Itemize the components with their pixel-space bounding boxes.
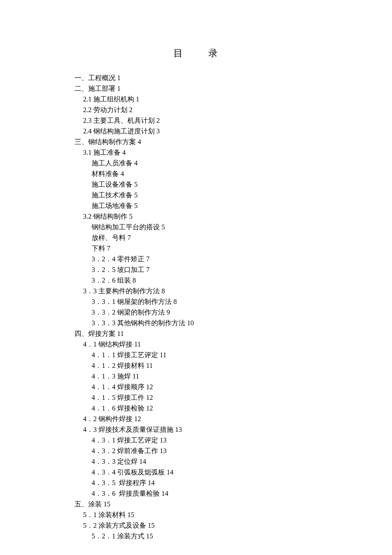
document-page: 目录 一、工程概况 1二、施工部署 12.1 施工组织机构 12.2 劳动力计划… [0,0,392,555]
toc-entry: 2.2 劳动力计划 2 [83,104,317,115]
toc-entry: 3．3 主要构件的制作方法 8 [83,286,317,296]
toc-entry: 4．3．1 焊接工艺评定 13 [92,435,317,445]
toc-entry: 钢结构加工平台的搭设 5 [92,222,317,232]
toc-entry: 4．1．3 施焊 11 [92,371,317,382]
toc-entry: 4．2 钢构件焊接 12 [83,413,317,424]
toc-entry: 5．1 涂装材料 15 [83,509,317,520]
toc-entry: 4．3．6 焊接质量检验 14 [92,488,317,499]
toc-entry: 3.2 钢结构制作 5 [83,211,317,222]
toc-entry: 3.1 施工准备 4 [83,147,317,158]
toc-entry: 四、焊接方案 11 [75,328,317,339]
toc-entry: 4．3．2 焊前准备工作 13 [92,445,317,456]
toc-entry: 4．1 钢结构焊接 11 [83,339,317,350]
toc-entry: 2.1 施工组织机构 1 [83,94,317,104]
toc-entry: 4．1．5 焊接工件 12 [92,392,317,403]
toc-entry: 4．1．4 焊接顺序 12 [92,382,317,392]
toc-entry: 4．1．1 焊接工艺评定 11 [92,350,317,360]
page-title: 目录 [75,47,317,60]
toc-entry: 下料 7 [92,243,317,254]
toc-entry: 5．2 涂装方式及设备 15 [83,520,317,531]
toc-entry: 施工人员准备 4 [92,158,317,168]
toc-entry: 施工技术准备 5 [92,190,317,200]
toc-entry: 4．3．4 引弧板及熄弧板 14 [92,467,317,477]
toc-entry: 2.3 主要工具、机具计划 2 [83,115,317,126]
toc-entry: 4．3．3 定位焊 14 [92,456,317,467]
toc-entry: 3．2．6 组装 8 [92,275,317,286]
toc-entry: 4．3 焊接技术及质量保证措施 13 [83,424,317,435]
toc-entry: 5．2．1 涂装方式 15 [92,531,317,541]
toc-entry: 3．2．5 坡口加工 7 [92,264,317,275]
toc-entry: 三、钢结构制作方案 4 [75,136,317,147]
toc-entry: 一、工程概况 1 [75,72,317,83]
toc-entry: 3．3．3 其他钢构件的制作方法 10 [92,318,317,328]
toc-entry: 二、施工部署 1 [75,83,317,94]
toc-entry: 3．3．1 钢屋架的制作方法 8 [92,296,317,307]
toc-entry: 放样、号料 7 [92,232,317,243]
toc-entry: 材料准备 4 [92,168,317,179]
toc-entry: 4．1．6 焊接检验 12 [92,403,317,413]
toc-entry: 4．1．2 焊接材料 11 [92,360,317,371]
toc-entry: 3．3．2 钢梁的制作方法 9 [92,307,317,318]
toc-entry: 五、涂装 15 [75,499,317,509]
title-char-1: 目 [173,48,184,58]
toc-entry: 3．2．4 零件矫正 7 [92,254,317,264]
table-of-contents: 一、工程概况 1二、施工部署 12.1 施工组织机构 12.2 劳动力计划 22… [75,72,317,541]
toc-entry: 施工场地准备 5 [92,200,317,211]
title-char-2: 录 [208,48,219,58]
toc-entry: 施工设备准备 5 [92,179,317,190]
toc-entry: 2.4 钢结构施工进度计划 3 [83,126,317,136]
toc-entry: 4．3．5 焊接程序 14 [92,477,317,488]
